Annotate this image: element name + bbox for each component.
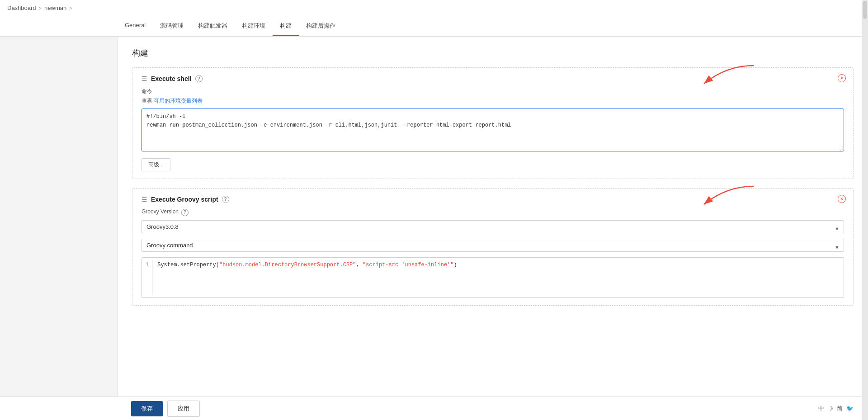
shell-close-btn[interactable]: ×	[838, 74, 846, 82]
tab-build[interactable]: 构建	[273, 16, 299, 36]
drag-icon: ☰	[142, 75, 147, 82]
language-icon[interactable]: 中	[818, 405, 824, 413]
main-content: 构建 ☰ Execute shell ? × 命令 查看 可用	[118, 37, 868, 420]
groovy-close-btn[interactable]: ×	[838, 195, 846, 203]
tab-env[interactable]: 构建环境	[235, 16, 273, 36]
shell-block-header: ☰ Execute shell ?	[142, 75, 844, 82]
env-link-row: 查看 可用的环境变量列表	[142, 97, 844, 105]
groovy-version-row: Groovy Version ?	[142, 208, 844, 217]
shell-block-title: Execute shell	[151, 75, 192, 82]
nav-tabs: General 源码管理 构建触发器 构建环境 构建 构建后操作	[0, 16, 868, 37]
tab-general[interactable]: General	[118, 16, 153, 36]
shell-help-icon[interactable]: ?	[195, 75, 203, 82]
tab-source[interactable]: 源码管理	[153, 16, 191, 36]
breadcrumb-dashboard[interactable]: Dashboard	[7, 5, 36, 11]
groovy-code-string2: "script-src 'unsafe-inline'"	[363, 262, 454, 268]
groovy-block-title: Execute Groovy script	[151, 196, 218, 203]
env-link[interactable]: 可用的环境变量列表	[154, 98, 203, 104]
groovy-version-select[interactable]: Groovy3.0.8	[142, 220, 844, 233]
groovy-code-content: System.setProperty("hudson.model.Directo…	[153, 260, 844, 295]
command-label: 命令	[142, 88, 844, 95]
groovy-block-header: ☰ Execute Groovy script ?	[142, 196, 844, 203]
page-title: 构建	[132, 47, 854, 58]
groovy-code-comma: ,	[356, 262, 362, 268]
groovy-line-numbers: 1	[142, 260, 153, 295]
groovy-version-wrapper: Groovy3.0.8 ▼	[142, 220, 844, 239]
groovy-code-close: )	[454, 262, 457, 268]
advanced-btn[interactable]: 高级...	[142, 158, 170, 171]
breadcrumb-sep2: >	[69, 5, 72, 11]
env-link-prefix: 查看	[142, 98, 152, 104]
groovy-version-label: Groovy Version	[142, 208, 179, 215]
groovy-help-icon[interactable]: ?	[222, 196, 229, 203]
groovy-code-method: System.setProperty(	[157, 262, 219, 268]
tab-postbuild[interactable]: 构建后操作	[299, 16, 343, 36]
groovy-code-string1: "hudson.model.DirectoryBrowserSupport.CS…	[219, 262, 356, 268]
execute-groovy-block: ☰ Execute Groovy script ? × Groovy Versi…	[132, 188, 854, 306]
scrollbar-thumb[interactable]	[863, 1, 867, 19]
groovy-command-wrapper: Groovy command ▼	[142, 239, 844, 257]
shell-command-input[interactable]	[142, 109, 844, 151]
groovy-command-select[interactable]: Groovy command	[142, 239, 844, 252]
apply-button[interactable]: 应用	[167, 401, 200, 417]
breadcrumb-sep1: >	[39, 5, 42, 11]
groovy-version-help[interactable]: ?	[181, 209, 189, 216]
moon-icon[interactable]: ☽	[828, 405, 833, 412]
bottom-right-icons: 中 ☽ 简 🐦	[818, 405, 854, 413]
execute-shell-block: ☰ Execute shell ? × 命令 查看 可用的环境变量列表 高级..…	[132, 67, 854, 179]
groovy-drag-icon: ☰	[142, 196, 147, 203]
simplified-icon[interactable]: 简	[837, 405, 843, 413]
groovy-code-area[interactable]: 1 System.setProperty("hudson.model.Direc…	[142, 257, 844, 298]
topbar: Dashboard > newman >	[0, 0, 868, 16]
tab-trigger[interactable]: 构建触发器	[191, 16, 235, 36]
scrollbar[interactable]	[862, 0, 868, 420]
sidebar	[0, 37, 118, 420]
breadcrumb-project[interactable]: newman	[44, 5, 66, 11]
save-button[interactable]: 保存	[131, 401, 163, 416]
bottom-toolbar: 保存 应用 中 ☽ 简 🐦	[0, 396, 868, 420]
bird-icon[interactable]: 🐦	[846, 405, 854, 412]
